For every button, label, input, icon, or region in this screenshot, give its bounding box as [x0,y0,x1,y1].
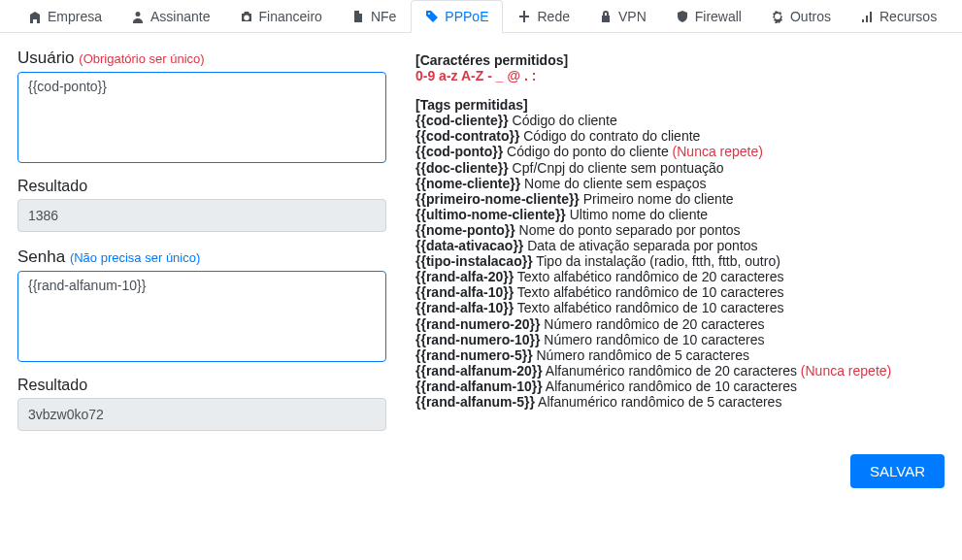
help-line-desc: Código do cliente [509,113,617,128]
tab-bar: EmpresaAssinanteFinanceiroNFePPPoERedeVP… [0,0,962,33]
help-line-desc: Primeiro nome do cliente [580,191,734,207]
help-line-tag: {{nome-ponto}} [415,222,515,238]
senha-result-label: Resultado [17,377,386,394]
help-line-desc: Código do ponto do cliente [503,144,672,159]
help-line: {{rand-alfa-20}} Texto alfabético randôm… [415,269,945,284]
tab-label: Rede [537,9,569,24]
tab-label: Financeiro [259,9,322,24]
tab-assinante[interactable]: Assinante [116,0,224,33]
network-icon [517,10,531,23]
help-line-tag: {{cod-ponto}} [415,144,503,159]
file-icon [351,10,365,23]
tab-label: NFe [371,9,396,24]
help-line-desc: Alfanumérico randômico de 20 caracteres [543,363,801,379]
help-line-desc: Ultimo nome do cliente [566,207,708,222]
help-line: {{rand-alfanum-5}} Alfanumérico randômic… [415,394,945,410]
tab-label: VPN [618,9,647,24]
help-tags-title: [Tags permitidas] [415,97,528,113]
tab-empresa[interactable]: Empresa [14,0,116,33]
tab-rede[interactable]: Rede [503,0,583,33]
save-button[interactable]: SALVAR [850,454,945,488]
help-line-tag: {{rand-alfanum-5}} [415,394,535,410]
tab-label: Assinante [150,9,210,24]
help-line-tag: {{rand-numero-10}} [415,332,540,347]
help-line: {{rand-numero-5}} Número randômico de 5 … [415,347,945,363]
help-line-desc: Cpf/Cnpj do cliente sem pontuação [509,160,724,176]
help-line-tag: {{rand-alfa-20}} [415,269,514,284]
help-line: {{rand-numero-10}} Número randômico de 1… [415,332,945,347]
senha-hint: (Não precisa ser único) [70,250,200,265]
help-line-tag: {{rand-numero-5}} [415,347,533,363]
shield-icon [676,10,689,23]
senha-label: Senha (Não precisa ser único) [17,247,386,267]
help-line-desc: Número randômico de 20 caracteres [540,316,764,332]
help-line-tag: {{nome-cliente}} [415,176,520,191]
help-line-desc: Alfanumérico randômico de 5 caracteres [535,394,781,410]
help-line: {{rand-numero-20}} Número randômico de 2… [415,316,945,332]
help-chars-title: [Caractéres permitidos] [415,52,568,68]
senha-result-value: 3vbzw0ko72 [17,398,386,431]
tab-label: Recursos [879,9,937,24]
help-line-tag: {{cod-contrato}} [415,128,519,144]
tab-pppoe[interactable]: PPPoE [411,0,503,33]
tab-label: PPPoE [445,9,488,24]
tab-label: Outros [790,9,831,24]
help-line-desc: Nome do ponto separado por pontos [515,222,741,238]
help-line: {{primeiro-nome-cliente}} Primeiro nome … [415,191,945,207]
help-line: {{rand-alfanum-10}} Alfanumérico randômi… [415,379,945,394]
help-line-tag: {{tipo-instalacao}} [415,253,533,269]
help-line-tag: {{rand-numero-20}} [415,316,540,332]
tab-recursos[interactable]: Recursos [846,0,951,33]
senha-label-text: Senha [17,247,65,266]
help-line: {{data-ativacao}} Data de ativação separ… [415,238,945,253]
help-line-tag: {{ultimo-nome-cliente}} [415,207,566,222]
usuario-label: Usuário (Obrigatório ser único) [17,49,386,68]
building-icon [28,10,42,23]
help-line-tag: {{rand-alfa-10}} [415,300,514,315]
help-line: {{rand-alfa-10}} Texto alfabético randôm… [415,300,945,315]
help-line-desc: Texto alfabético randômico de 10 caracte… [514,300,783,315]
help-line-desc: Texto alfabético randômico de 20 caracte… [514,269,783,284]
help-line: {{tipo-instalacao}} Tipo da instalação (… [415,253,945,269]
help-line-tag: {{data-ativacao}} [415,238,523,253]
tab-nfe[interactable]: NFe [337,0,411,33]
usuario-result-value: 1386 [17,199,386,232]
help-line-tag: {{rand-alfa-10}} [415,284,514,300]
help-line-tag: {{primeiro-nome-cliente}} [415,191,580,207]
usuario-input[interactable] [17,72,386,163]
help-line-desc: Código do contrato do cliente [519,128,700,144]
tab-label: Empresa [48,9,102,24]
tab-outros[interactable]: Outros [756,0,846,33]
help-line-desc: Nome do cliente sem espaços [520,176,706,191]
help-panel: [Caractéres permitidos] 0-9 a-z A-Z - _ … [415,47,945,431]
help-line: {{cod-cliente}} Código do cliente [415,113,945,128]
help-line: {{rand-alfa-10}} Texto alfabético randôm… [415,284,945,300]
tab-financeiro[interactable]: Financeiro [225,0,337,33]
usuario-label-text: Usuário [17,49,75,67]
user-icon [131,10,145,23]
help-line-note: (Nunca repete) [801,363,891,379]
help-line-desc: Texto alfabético randômico de 10 caracte… [514,284,783,300]
help-line: {{rand-alfanum-20}} Alfanumérico randômi… [415,363,945,379]
help-line-tag: {{rand-alfanum-20}} [415,363,543,379]
senha-input[interactable] [17,271,386,362]
help-line-desc: Número randômico de 10 caracteres [540,332,764,347]
help-line-tag: {{rand-alfanum-10}} [415,379,543,394]
tag-icon [425,10,439,23]
help-chars-allowed: 0-9 a-z A-Z - _ @ . : [415,68,536,83]
help-line: {{cod-ponto}} Código do ponto do cliente… [415,144,945,159]
tab-label: Firewall [695,9,742,24]
bars-icon [860,10,874,23]
help-line-tag: {{doc-cliente}} [415,160,509,176]
gear-icon [771,10,784,23]
camera-icon [240,10,253,23]
help-line: {{nome-cliente}} Nome do cliente sem esp… [415,176,945,191]
help-line: {{ultimo-nome-cliente}} Ultimo nome do c… [415,207,945,222]
help-line-desc: Número randômico de 5 caracteres [533,347,749,363]
tab-vpn[interactable]: VPN [584,0,661,33]
tab-firewall[interactable]: Firewall [661,0,756,33]
help-line-tag: {{cod-cliente}} [415,113,509,128]
help-line-desc: Data de ativação separada por pontos [523,238,757,253]
lock-icon [599,10,613,23]
help-line-desc: Alfanumérico randômico de 10 caracteres [543,379,797,394]
